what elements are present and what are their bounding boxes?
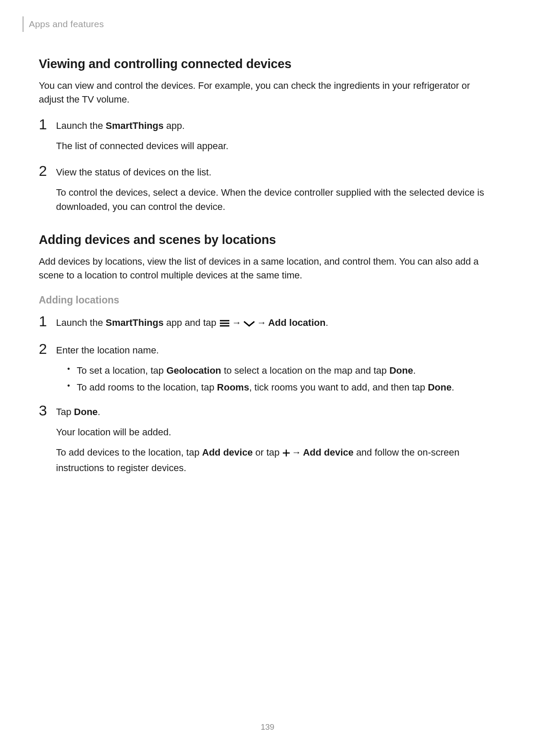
breadcrumb: Apps and features [29,19,104,29]
step-sub-text: The list of connected devices will appea… [56,139,496,153]
step-text: Launch the SmartThings app. [56,119,496,133]
bullet-item: To set a location, tap Geolocation to se… [66,363,496,378]
step-number: 1 [39,314,56,328]
section-title-adding: Adding devices and scenes by locations [39,233,496,247]
section-intro-adding: Add devices by locations, view the list … [39,255,496,282]
menu-item-add-location: Add location [268,317,325,328]
step-2-2: 2 Enter the location name. To set a loca… [39,341,496,399]
step-sub-text: Your location will be added. [56,425,496,439]
button-done: Done [428,382,451,393]
plus-icon [282,447,290,461]
page-number: 139 [0,722,535,732]
section-intro-viewing: You can view and control the devices. Fo… [39,79,496,106]
step-number: 2 [39,163,56,178]
button-add-device: Add device [202,447,253,458]
menu-icon [219,317,230,331]
step-number: 1 [39,117,56,131]
step-2-3: 3 Tap Done. Your location will be added.… [39,403,496,481]
step-sub-text: To add devices to the location, tap Add … [56,445,496,475]
step-2-1: 1 Launch the SmartThings app and tap → →… [39,314,496,337]
step-1-1: 1 Launch the SmartThings app. The list o… [39,117,496,159]
app-name: SmartThings [106,317,163,328]
step-number: 3 [39,403,56,418]
arrow-icon: → [290,445,303,459]
app-name: SmartThings [106,120,163,131]
chevron-down-icon [243,317,255,331]
step-sub-text: To control the devices, select a device.… [56,185,496,214]
step-text: Tap Done. [56,405,496,419]
subheading-adding-locations: Adding locations [39,294,496,306]
bullet-item: To add rooms to the location, tap Rooms,… [66,380,496,394]
step-text: Launch the SmartThings app and tap → → A… [56,316,496,331]
button-add-device: Add device [303,447,354,458]
step-text: Enter the location name. [56,343,496,357]
page-header: Apps and features [39,16,496,32]
button-done: Done [389,365,413,376]
step-text: View the status of devices on the list. [56,165,496,179]
arrow-icon: → [255,316,268,330]
step-1-2: 2 View the status of devices on the list… [39,163,496,220]
step-number: 2 [39,341,56,356]
header-rule [22,16,24,32]
option-geolocation: Geolocation [166,365,221,376]
option-rooms: Rooms [217,382,249,393]
arrow-icon: → [230,316,243,330]
button-done: Done [74,406,98,417]
section-title-viewing: Viewing and controlling connected device… [39,57,496,71]
